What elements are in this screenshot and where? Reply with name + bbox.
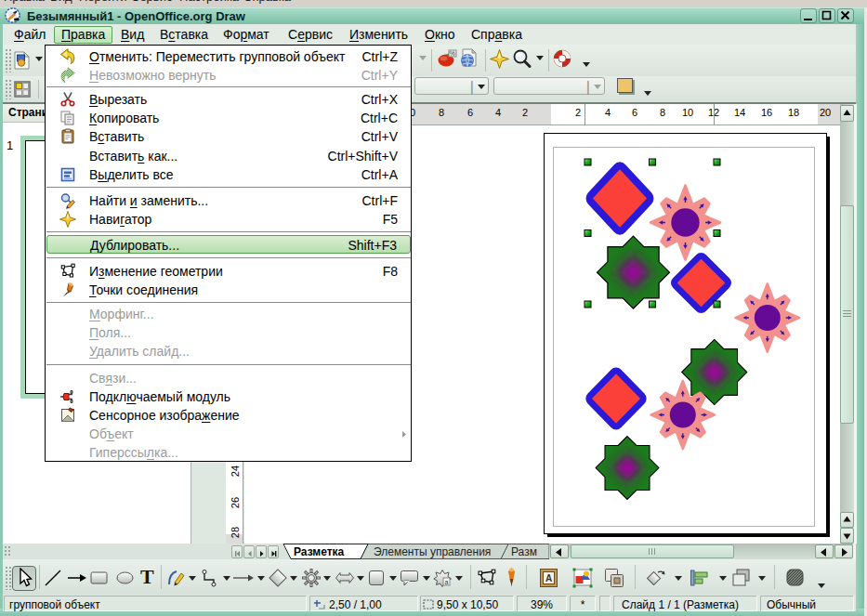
svg-text:Разм: Разм <box>511 545 537 558</box>
svg-text:Разметка: Разметка <box>294 545 345 558</box>
svg-text:a: a <box>445 579 449 585</box>
svg-text:Элементы управления: Элементы управления <box>374 545 491 558</box>
svg-text:%: % <box>450 50 455 57</box>
svg-text:A: A <box>545 573 552 583</box>
